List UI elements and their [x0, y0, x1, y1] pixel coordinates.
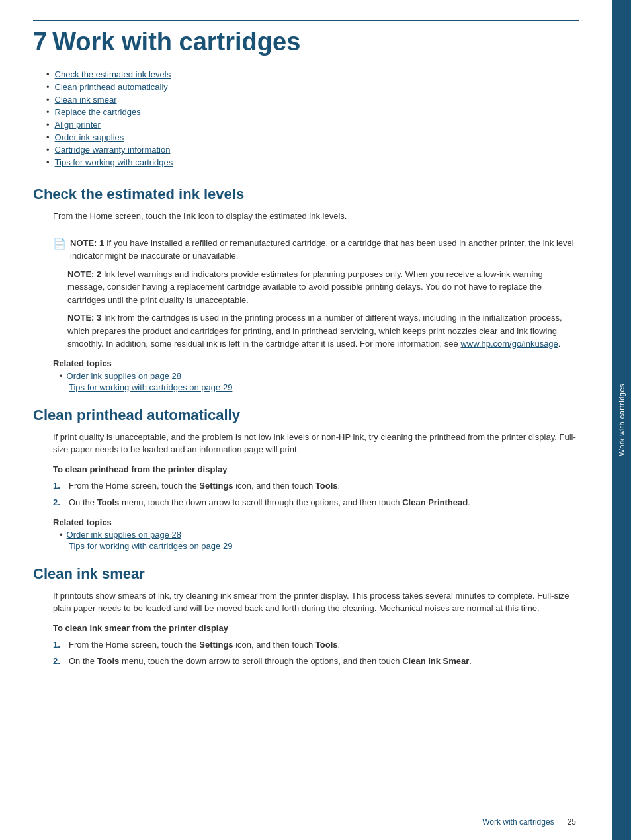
toc-item-3[interactable]: Clean ink smear: [46, 95, 579, 105]
related-topic-2-1[interactable]: Order ink supplies on page 28: [60, 530, 579, 540]
section-heading-clean-printhead: Clean printhead automatically: [33, 407, 579, 424]
chapter-heading: 7Work with cartridges: [33, 20, 579, 56]
clean-ink-smear-procedure-heading: To clean ink smear from the printer disp…: [53, 623, 579, 633]
clean-printhead-procedure-heading: To clean printhead from the printer disp…: [53, 464, 579, 474]
section-heading-check-ink: Check the estimated ink levels: [33, 186, 579, 203]
note-icon-1: 📄: [53, 237, 66, 250]
note-2-text: NOTE: 2 Ink level warnings and indicator…: [67, 268, 579, 307]
toc-item-7[interactable]: Cartridge warranty information: [46, 145, 579, 155]
note-1-text: NOTE: 1 If you have installed a refilled…: [70, 237, 579, 263]
ink-smear-step-2: 2. On the Tools menu, touch the down arr…: [53, 655, 579, 668]
footer-text: Work with cartridges: [482, 818, 554, 827]
related-topics-list-1: Order ink supplies on page 28 Tips for w…: [60, 371, 579, 392]
section-clean-ink-smear: Clean ink smear If printouts show smears…: [33, 566, 579, 668]
section-clean-printhead: Clean printhead automatically If print q…: [33, 407, 579, 551]
toc-item-2[interactable]: Clean printhead automatically: [46, 82, 579, 92]
related-topics-heading-2: Related topics: [53, 517, 579, 527]
clean-printhead-steps: 1. From the Home screen, touch the Setti…: [53, 480, 579, 509]
step-1: 1. From the Home screen, touch the Setti…: [53, 480, 579, 493]
clean-ink-smear-steps: 1. From the Home screen, touch the Setti…: [53, 638, 579, 668]
hp-link[interactable]: www.hp.com/go/inkusage: [460, 339, 558, 349]
clean-printhead-intro: If print quality is unacceptable, and th…: [53, 431, 579, 456]
chapter-number: 7: [33, 28, 47, 56]
note-2: NOTE: 2 Ink level warnings and indicator…: [53, 268, 579, 307]
check-ink-intro: From the Home screen, touch the Ink icon…: [53, 210, 579, 223]
related-topics-list-2: Order ink supplies on page 28 Tips for w…: [60, 530, 579, 551]
related-topic-2-2[interactable]: Tips for working with cartridges on page…: [69, 541, 579, 551]
note-3: NOTE: 3 Ink from the cartridges is used …: [53, 312, 579, 351]
side-tab-text: Work with cartridges: [618, 384, 626, 456]
toc-item-6[interactable]: Order ink supplies: [46, 132, 579, 142]
section-content-check-ink: From the Home screen, touch the Ink icon…: [53, 210, 579, 392]
toc-item-8[interactable]: Tips for working with cartridges: [46, 157, 579, 167]
related-topics-heading-1: Related topics: [53, 358, 579, 368]
ink-smear-step-1: 1. From the Home screen, touch the Setti…: [53, 638, 579, 651]
page-footer: Work with cartridges 25: [482, 818, 576, 827]
clean-ink-smear-intro: If printouts show smears of ink, try cle…: [53, 589, 579, 615]
section-heading-clean-ink-smear: Clean ink smear: [33, 566, 579, 583]
note-1: 📄 NOTE: 1 If you have installed a refill…: [53, 237, 579, 263]
section-content-clean-ink-smear: If printouts show smears of ink, try cle…: [53, 589, 579, 668]
note-3-text: NOTE: 3 Ink from the cartridges is used …: [67, 312, 579, 351]
related-topic-1-1[interactable]: Order ink supplies on page 28: [60, 371, 579, 381]
step-2: 2. On the Tools menu, touch the down arr…: [53, 496, 579, 509]
divider-1: [53, 230, 579, 230]
related-topic-1-2[interactable]: Tips for working with cartridges on page…: [69, 382, 579, 392]
footer-page-number: 25: [568, 818, 576, 827]
toc-list: Check the estimated ink levels Clean pri…: [46, 69, 579, 167]
section-check-ink: Check the estimated ink levels From the …: [33, 186, 579, 392]
toc-item-5[interactable]: Align printer: [46, 120, 579, 130]
side-tab: Work with cartridges: [612, 0, 631, 840]
toc-item-4[interactable]: Replace the cartridges: [46, 107, 579, 117]
section-content-clean-printhead: If print quality is unacceptable, and th…: [53, 431, 579, 551]
toc-item-1[interactable]: Check the estimated ink levels: [46, 69, 579, 79]
chapter-title: Work with cartridges: [52, 28, 300, 56]
